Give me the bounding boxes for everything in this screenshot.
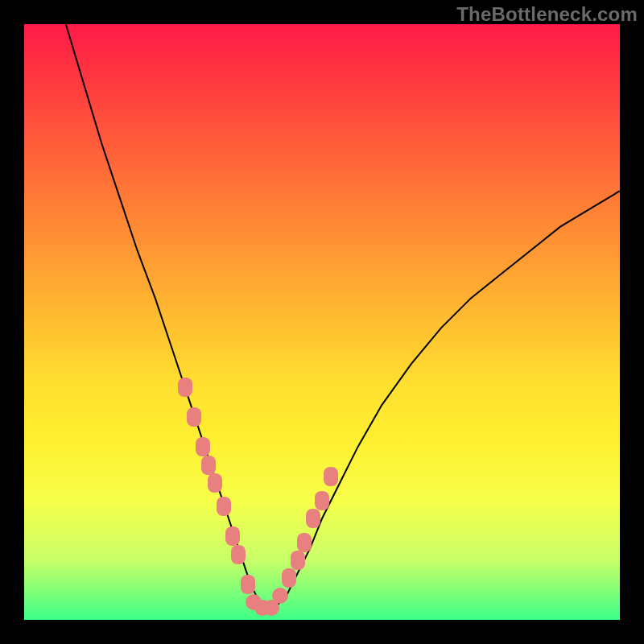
watermark-label: TheBottleneck.com — [456, 3, 638, 26]
curve-marker — [272, 588, 288, 604]
curve-marker — [217, 497, 231, 516]
curve-marker — [241, 575, 255, 594]
plot-area — [24, 24, 620, 620]
curve-marker — [324, 467, 338, 486]
chart-frame: TheBottleneck.com — [0, 0, 644, 644]
curve-marker — [187, 407, 201, 427]
curve-marker — [208, 473, 222, 493]
curve-marker — [231, 545, 246, 564]
bottleneck-curve — [24, 24, 620, 620]
curve-marker — [306, 509, 320, 528]
curve-marker — [297, 533, 312, 552]
curve-marker — [291, 551, 305, 570]
curve-marker — [178, 378, 192, 397]
curve-marker — [196, 437, 210, 456]
curve-marker — [282, 568, 296, 588]
curve-marker — [201, 456, 216, 475]
curve-marker — [225, 526, 240, 546]
curve-marker — [315, 491, 329, 510]
